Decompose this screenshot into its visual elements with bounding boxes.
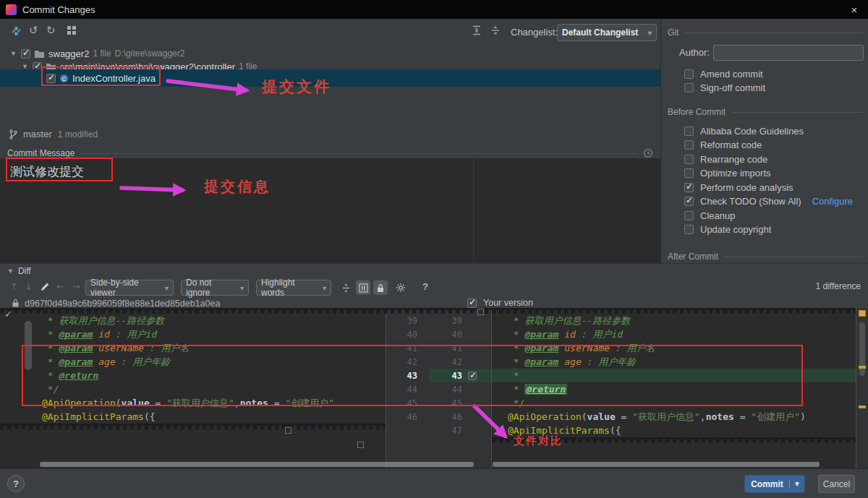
diff-code-line: * @param age : 用户年龄 bbox=[0, 355, 386, 369]
author-input[interactable] bbox=[713, 45, 864, 61]
close-icon[interactable]: × bbox=[846, 4, 862, 16]
show-diff-icon[interactable] bbox=[10, 25, 22, 39]
difference-count: 1 difference bbox=[752, 281, 861, 291]
rollback-icon[interactable]: ↺ bbox=[29, 24, 38, 37]
next-difference-icon[interactable]: ↓ bbox=[25, 281, 33, 292]
revision-hash: d967f0d49a9c6b996059f8e88e1ded85deb1a0ea bbox=[25, 299, 220, 309]
unfold-icon[interactable] bbox=[357, 442, 364, 448]
file-checkbox[interactable] bbox=[46, 74, 56, 83]
diff-code-line: * 获取用户信息--路径参数 bbox=[0, 314, 386, 327]
collapse-unchanged-icon[interactable] bbox=[339, 280, 353, 295]
diff-code-line: */ bbox=[0, 382, 386, 396]
commit-message-text[interactable]: 测试修改提交 bbox=[10, 163, 84, 180]
option-optimize-imports[interactable]: Optimize imports bbox=[684, 167, 771, 179]
diff-gutter-row: 47 bbox=[386, 424, 491, 437]
include-change-checkbox[interactable] bbox=[468, 372, 477, 380]
diff-code-line: @ApiImplicitParams({ bbox=[492, 424, 856, 437]
signoff-commit-checkbox[interactable] bbox=[684, 83, 694, 93]
diff-collapse-header[interactable]: ▼ Diff bbox=[7, 266, 31, 276]
amend-commit-checkbox[interactable] bbox=[684, 69, 694, 79]
help-button[interactable]: ? bbox=[7, 475, 25, 492]
diff-code-line: @ApiOperation(value = "获取用户信息",notes = "… bbox=[492, 410, 856, 424]
arrow-right-icon[interactable]: → bbox=[72, 281, 80, 292]
diff-gutter-row: 4141 bbox=[386, 341, 491, 355]
signoff-commit-option[interactable]: Sign-off commit bbox=[684, 82, 765, 93]
check-todo-checkbox[interactable] bbox=[684, 197, 694, 206]
alibaba-guidelines-checkbox[interactable] bbox=[684, 126, 694, 136]
modified-count: 1 modified bbox=[58, 129, 98, 139]
option-reformat-code[interactable]: Reformat code bbox=[684, 139, 762, 150]
arrow-left-icon[interactable]: ← bbox=[56, 281, 64, 292]
changes-panel: ↺ ↻ Changelist: Default Changelist ▼ swa… bbox=[0, 19, 660, 263]
file-name: IndexController.java bbox=[72, 73, 156, 84]
lock-icon[interactable] bbox=[373, 280, 388, 295]
changelist-select[interactable]: Default Changelist bbox=[557, 24, 657, 41]
commit-button[interactable]: Commit ▼ bbox=[744, 475, 805, 493]
commit-message-editor[interactable]: 测试修改提交 bbox=[0, 158, 660, 263]
viewer-select[interactable]: Side-by-side viewer bbox=[85, 280, 174, 296]
reformat-code-checkbox[interactable] bbox=[684, 140, 694, 150]
selected-file-row[interactable]: C IndexController.java bbox=[0, 69, 660, 87]
highlight-policy-select[interactable]: Highlight words bbox=[256, 280, 331, 296]
help-icon[interactable]: ? bbox=[422, 281, 428, 292]
changelist-label: Changelist: bbox=[511, 27, 558, 38]
prev-difference-icon[interactable]: ↑ bbox=[10, 281, 18, 292]
edit-icon[interactable] bbox=[39, 281, 50, 294]
option-check-todo[interactable]: Check TODO (Show All) Configure bbox=[684, 195, 853, 207]
unfold-icon[interactable] bbox=[477, 309, 484, 315]
group-by-icon[interactable] bbox=[67, 25, 77, 38]
collapsed-region-right-bottom bbox=[492, 437, 856, 443]
java-class-icon: C bbox=[59, 74, 69, 83]
diff-gutter: 3939404041414242434344444545464647 bbox=[386, 308, 492, 469]
option-alibaba-guidelines[interactable]: Alibaba Code Guidelines bbox=[684, 125, 804, 137]
diff-code-line: * @param userName : 用户名 bbox=[492, 341, 856, 355]
error-stripe[interactable] bbox=[856, 308, 868, 469]
option-rearrange-code[interactable]: Rearrange code bbox=[684, 153, 767, 165]
option-update-copyright[interactable]: Update copyright bbox=[684, 223, 771, 235]
ignore-policy-select[interactable]: Do not ignore bbox=[181, 280, 249, 296]
commit-dropdown-arrow[interactable]: ▼ bbox=[789, 480, 804, 488]
editor-margin-guide bbox=[473, 158, 474, 263]
titlebar: Commit Changes × bbox=[0, 0, 868, 19]
stripe-warning-marker[interactable] bbox=[859, 310, 866, 317]
tree-row-file[interactable]: C IndexController.java bbox=[46, 71, 156, 85]
cancel-button[interactable]: Cancel bbox=[818, 475, 855, 493]
after-commit-header: After Commit bbox=[668, 252, 863, 262]
amend-commit-option[interactable]: Amend commit bbox=[684, 68, 763, 80]
app-icon bbox=[6, 4, 17, 15]
diff-code-line: * @param age : 用户年龄 bbox=[492, 355, 856, 369]
left-scrollbar-thumb[interactable] bbox=[25, 321, 32, 370]
code-analysis-checkbox[interactable] bbox=[684, 183, 694, 192]
rearrange-code-checkbox[interactable] bbox=[684, 155, 694, 164]
your-version-checkbox[interactable] bbox=[467, 299, 477, 308]
collapse-all-icon[interactable] bbox=[490, 25, 501, 38]
configure-link[interactable]: Configure bbox=[812, 196, 853, 207]
unfold-icon[interactable] bbox=[285, 427, 292, 434]
right-hscrollbar[interactable] bbox=[493, 462, 820, 467]
diff-code-line: * @return bbox=[492, 382, 856, 396]
root-checkbox[interactable] bbox=[21, 49, 30, 59]
optimize-imports-checkbox[interactable] bbox=[684, 168, 694, 178]
tree-row-root[interactable]: ▼ swagger2 1 file D:\gitee\swagger2 bbox=[10, 46, 184, 61]
diff-gutter-row: 4242 bbox=[386, 355, 491, 369]
gear-icon[interactable] bbox=[393, 280, 408, 295]
diff-gutter-row: 4646 bbox=[386, 410, 491, 424]
chevron-down-icon[interactable]: ▼ bbox=[10, 50, 17, 57]
option-cleanup[interactable]: Cleanup bbox=[684, 210, 735, 221]
folder-icon bbox=[34, 49, 45, 59]
update-copyright-checkbox[interactable] bbox=[684, 225, 694, 234]
diff-left-pane[interactable]: * 获取用户信息--路径参数 * @param id : 用户id * @par… bbox=[0, 308, 386, 469]
sync-scroll-icon[interactable] bbox=[356, 280, 370, 295]
your-version-toggle[interactable]: Your version bbox=[467, 298, 533, 308]
git-section-header: Git bbox=[668, 27, 863, 38]
left-hscrollbar[interactable] bbox=[40, 462, 474, 467]
history-clock-icon[interactable] bbox=[643, 148, 653, 158]
diff-gutter-row: 4444 bbox=[386, 382, 491, 396]
cleanup-checkbox[interactable] bbox=[684, 211, 694, 220]
diff-gutter-row: 4343 bbox=[386, 369, 491, 382]
refresh-icon[interactable]: ↻ bbox=[46, 24, 56, 37]
expand-all-icon[interactable] bbox=[472, 25, 482, 38]
option-code-analysis[interactable]: Perform code analysis bbox=[684, 181, 793, 193]
diff-right-pane[interactable]: * 获取用户信息--路径参数 * @param id : 用户id * @par… bbox=[492, 308, 856, 469]
diff-gutter-row: 4040 bbox=[386, 327, 491, 341]
